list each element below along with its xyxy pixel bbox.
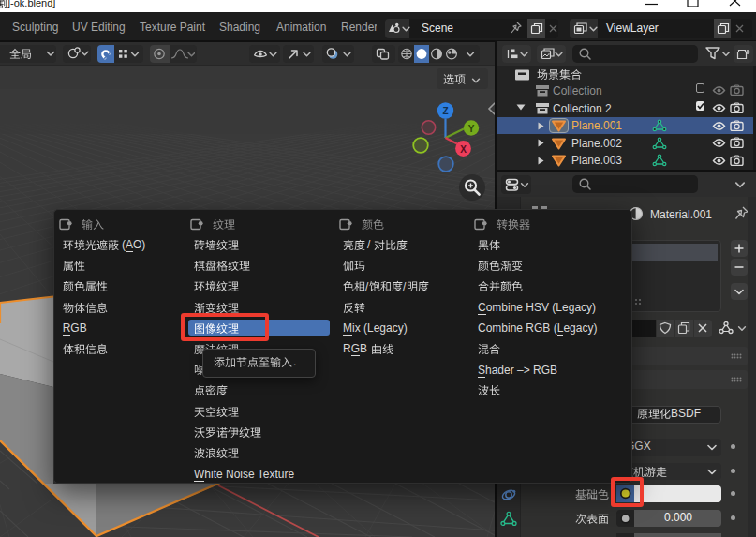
svg-text:Z: Z — [442, 106, 448, 116]
svg-text:Y: Y — [468, 124, 475, 134]
svg-text:X: X — [460, 144, 467, 155]
